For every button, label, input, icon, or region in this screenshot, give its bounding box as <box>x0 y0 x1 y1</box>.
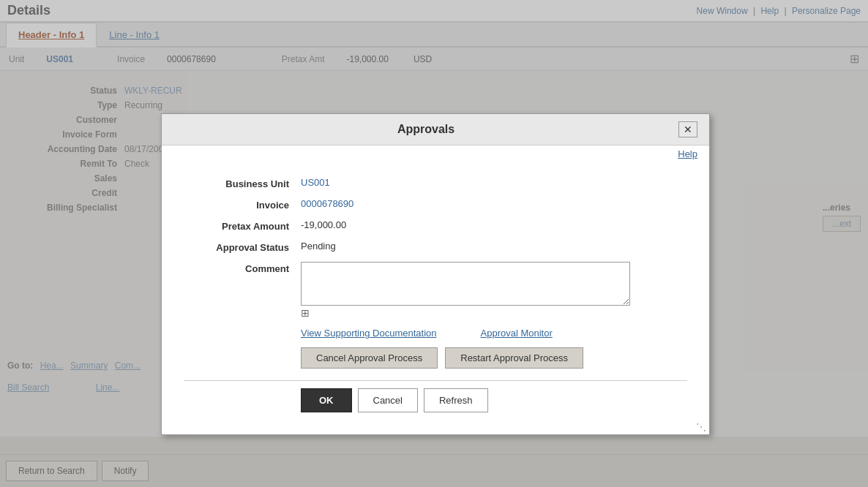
restart-approval-process-button[interactable]: Restart Approval Process <box>445 347 583 369</box>
approvals-modal: Approvals ✕ Help Business Unit US001 Inv… <box>161 113 710 435</box>
expand-icon[interactable]: ⊞ <box>301 307 310 319</box>
modal-body: Business Unit US001 Invoice 0000678690 P… <box>162 162 709 434</box>
modal-help-link[interactable]: Help <box>678 148 697 159</box>
ok-button[interactable]: OK <box>301 388 352 412</box>
modal-resize-handle[interactable]: ⋱ <box>696 421 706 433</box>
refresh-button[interactable]: Refresh <box>424 388 488 412</box>
modal-title: Approvals <box>173 123 678 136</box>
modal-header: Approvals ✕ <box>162 114 709 146</box>
process-buttons-row: Cancel Approval Process Restart Approval… <box>184 347 687 369</box>
modal-close-button[interactable]: ✕ <box>678 121 697 137</box>
view-supporting-doc-link[interactable]: View Supporting Documentation <box>301 328 437 339</box>
invoice-row: Invoice 0000678690 <box>184 198 687 211</box>
modal-pretax-value: -19,000.00 <box>301 219 346 230</box>
cancel-button[interactable]: Cancel <box>358 388 418 412</box>
business-unit-label: Business Unit <box>184 177 301 189</box>
approval-status-label: Approval Status <box>184 241 301 253</box>
cancel-approval-process-button[interactable]: Cancel Approval Process <box>301 347 438 369</box>
approval-monitor-link[interactable]: Approval Monitor <box>481 328 553 339</box>
modal-invoice-value: 0000678690 <box>301 198 353 209</box>
modal-pretax-label: Pretax Amount <box>184 219 301 232</box>
approval-status-value: Pending <box>301 241 336 252</box>
business-unit-row: Business Unit US001 <box>184 177 687 189</box>
page-wrapper: Details New Window | Help | Personalize … <box>0 0 868 487</box>
comment-label: Comment <box>184 262 301 274</box>
comment-textarea[interactable] <box>301 262 630 306</box>
pretax-row: Pretax Amount -19,000.00 <box>184 219 687 232</box>
modal-actions-row: OK Cancel Refresh <box>184 380 687 420</box>
business-unit-value: US001 <box>301 177 330 188</box>
comment-row: Comment ⊞ <box>184 262 687 319</box>
modal-invoice-label: Invoice <box>184 198 301 211</box>
modal-links-row: View Supporting Documentation Approval M… <box>184 328 687 339</box>
approval-status-row: Approval Status Pending <box>184 241 687 253</box>
